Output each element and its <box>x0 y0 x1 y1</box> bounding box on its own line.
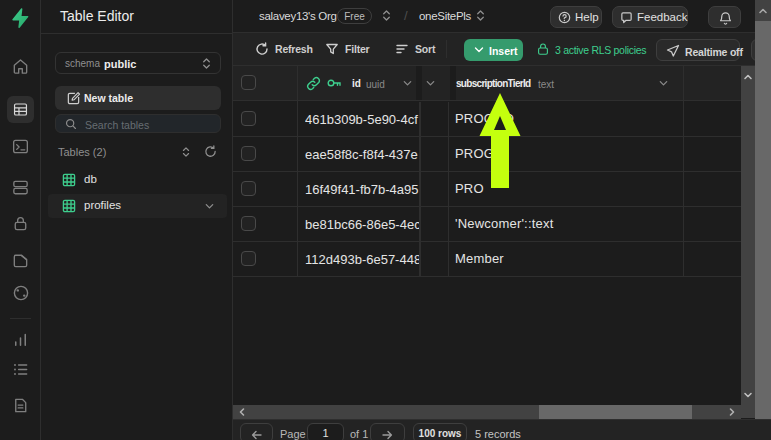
row-checkbox[interactable] <box>241 251 256 266</box>
grid-horizontal-scrollbar[interactable] <box>233 405 741 419</box>
help-label: Help <box>575 11 599 23</box>
scroll-down-icon[interactable] <box>743 390 753 400</box>
sidebar-table-profiles[interactable]: profiles <box>48 194 227 218</box>
refresh-tables-icon[interactable] <box>204 145 217 158</box>
record-count: 5 records <box>475 428 521 440</box>
col-border <box>419 102 421 276</box>
cell-id[interactable]: 16f49f41-fb7b-4a95 <box>305 182 419 198</box>
auth-icon[interactable] <box>11 214 30 233</box>
chevron-down-icon[interactable] <box>204 201 215 212</box>
sort-label: Sort <box>415 43 435 55</box>
notifications-button[interactable] <box>708 6 741 28</box>
tables-heading: Tables (2) <box>58 146 106 158</box>
database-icon[interactable] <box>11 178 30 197</box>
col-border <box>448 102 449 276</box>
sidebar: Table Editor schema public New table Sea… <box>41 0 233 440</box>
cell-subscriptionTierId[interactable]: 'Newcomer'::text <box>455 216 681 233</box>
table-row: be81bc66-86e5-4ec'Newcomer'::text <box>233 207 741 242</box>
feedback-icon <box>620 11 633 24</box>
insert-button[interactable]: Insert <box>464 39 523 61</box>
grid-vertical-scrollbar[interactable] <box>741 66 755 418</box>
edit-icon <box>66 91 81 106</box>
filter-label: Filter <box>345 43 369 55</box>
cell-id[interactable]: 112d493b-6e57-448 <box>305 252 419 268</box>
column-menu-icon[interactable] <box>425 78 436 89</box>
filter-icon <box>325 42 339 56</box>
scroll-left-icon[interactable] <box>237 407 247 417</box>
reports-icon[interactable] <box>11 330 30 349</box>
project-breadcrumb[interactable]: oneSitePls <box>419 10 471 22</box>
prev-page-button[interactable] <box>240 423 273 440</box>
storage-icon[interactable] <box>11 251 30 270</box>
scroll-up-icon[interactable] <box>743 72 753 82</box>
arrow-right-icon <box>380 428 394 440</box>
supabase-table-editor: Table Editor schema public New table Sea… <box>0 0 771 440</box>
org-switcher-icon[interactable] <box>380 9 393 22</box>
grid-toolbar: Refresh Filter Sort Insert 3 active RLS … <box>233 33 771 66</box>
row-checkbox[interactable] <box>241 181 256 196</box>
page-number-input[interactable]: 1 <box>307 423 344 440</box>
tables-section-header: Tables (2) <box>41 144 232 160</box>
sort-icon <box>395 42 409 56</box>
cell-subscriptionTierId[interactable]: Member <box>455 251 681 268</box>
edge-functions-icon[interactable] <box>11 283 31 303</box>
chevrons-up-down-icon <box>200 57 213 70</box>
column-header-id[interactable]: id <box>352 78 361 89</box>
sidebar-table-db[interactable]: db <box>48 168 227 192</box>
row-checkbox[interactable] <box>241 216 256 231</box>
row-checkbox[interactable] <box>241 111 256 126</box>
insert-label: Insert <box>489 45 518 57</box>
schema-select[interactable]: schema public <box>55 52 221 74</box>
col-border <box>297 66 298 276</box>
column-menu-icon[interactable] <box>658 78 669 89</box>
page-scrollbar[interactable] <box>755 0 771 440</box>
page-label: Page <box>280 428 306 440</box>
col-border <box>683 66 684 276</box>
collapse-all-icon[interactable] <box>180 146 192 158</box>
cell-id[interactable]: 461b309b-5e90-4cf <box>305 112 419 128</box>
hscroll-thumb[interactable] <box>539 405 692 419</box>
cell-id[interactable]: be81bc66-86e5-4ec <box>305 217 419 233</box>
bell-icon <box>718 11 733 26</box>
feedback-button[interactable]: Feedback <box>612 6 688 28</box>
topbar: salavey13's Org Free / oneSitePls Help F… <box>233 0 771 33</box>
nav-table-editor-active[interactable] <box>7 96 34 123</box>
column-menu-icon[interactable] <box>402 78 413 89</box>
scroll-right-icon[interactable] <box>727 407 737 417</box>
table-grid-icon <box>62 173 76 187</box>
help-icon <box>558 11 571 24</box>
pagination-footer: Page 1 of 1 100 rows 5 records <box>233 419 771 440</box>
rows-per-page-button[interactable]: 100 rows <box>413 423 467 440</box>
search-icon <box>65 118 77 130</box>
select-all-checkbox[interactable] <box>241 75 256 90</box>
project-switcher-icon[interactable] <box>474 9 487 22</box>
row-checkbox[interactable] <box>241 146 256 161</box>
refresh-label: Refresh <box>275 43 313 55</box>
page-count-label: of 1 <box>350 428 368 440</box>
docs-icon[interactable] <box>11 396 30 415</box>
supabase-logo-icon[interactable] <box>9 7 31 29</box>
schema-label: schema <box>65 58 100 69</box>
breadcrumb-separator: / <box>404 8 408 23</box>
cell-id[interactable]: eae58f8c-f8f4-437e <box>305 147 419 163</box>
page-scroll-up[interactable] <box>755 0 771 21</box>
foreign-key-icon <box>306 76 321 91</box>
sql-editor-icon[interactable] <box>11 137 30 156</box>
next-page-button[interactable] <box>370 423 405 440</box>
org-breadcrumb[interactable]: salavey13's Org <box>259 10 337 22</box>
realtime-toggle-button[interactable]: Realtime off <box>656 39 740 61</box>
chevron-down-icon <box>473 44 485 56</box>
column-header-subscriptionTierId[interactable]: subscriptionTierId <box>456 78 530 89</box>
table-row: 112d493b-6e57-448Member <box>233 242 741 277</box>
new-table-button[interactable]: New table <box>55 86 221 110</box>
logs-icon[interactable] <box>11 360 30 379</box>
help-button[interactable]: Help <box>550 6 602 28</box>
rls-label: 3 active RLS policies <box>555 44 646 56</box>
scroll-up-icon <box>758 6 768 16</box>
search-tables-input[interactable]: Search tables <box>55 114 221 133</box>
table-grid-icon <box>62 199 76 213</box>
home-icon[interactable] <box>11 57 30 76</box>
primary-key-icon <box>326 75 342 91</box>
realtime-label: Realtime off <box>685 46 743 58</box>
arrow-left-icon <box>250 428 264 440</box>
